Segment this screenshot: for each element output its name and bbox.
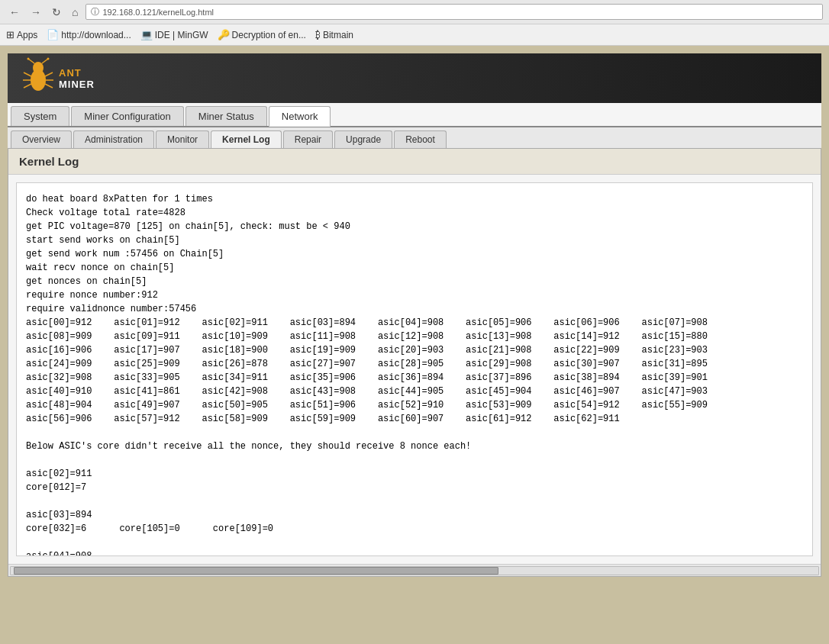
sub-nav: Overview Administration Monitor Kernel L… (8, 127, 821, 149)
antminer-header: ANT MINER (8, 53, 821, 103)
bookmark-download-label: http://download... (61, 30, 131, 40)
scrollbar-thumb[interactable] (14, 567, 498, 575)
bookmark-ide-label: IDE | MinGW (155, 30, 208, 40)
ide-icon: 💻 (140, 29, 153, 40)
svg-point-4 (27, 58, 30, 60)
forward-button[interactable]: → (27, 5, 44, 20)
antminer-logo: ANT MINER (19, 57, 95, 99)
bookmark-download[interactable]: 📄 http://download... (47, 29, 131, 40)
svg-point-5 (47, 58, 50, 60)
nav-container: System Miner Configuration Miner Status … (8, 103, 821, 127)
svg-line-2 (28, 59, 34, 63)
svg-line-8 (24, 84, 31, 88)
bookmark-apps-label: Apps (17, 30, 37, 40)
apps-icon: ⊞ (6, 29, 15, 40)
bookmark-bitmain[interactable]: ₿ Bitmain (315, 29, 353, 40)
subtab-reboot[interactable]: Reboot (394, 130, 447, 148)
page-wrapper: ANT MINER System Miner Configuration Min… (0, 46, 829, 644)
ant-text: ANT (59, 67, 95, 79)
subtab-repair[interactable]: Repair (283, 130, 333, 148)
reload-button[interactable]: ↻ (49, 5, 64, 20)
decryption-icon: 🔑 (218, 29, 230, 40)
svg-line-6 (24, 72, 31, 76)
bookmark-decryption-label: Decryption of en... (232, 30, 306, 40)
download-icon: 📄 (47, 29, 59, 40)
miner-text: MINER (59, 79, 95, 90)
secure-icon: ⓘ (91, 6, 99, 18)
browser-bar: ← → ↻ ⌂ ⓘ 192.168.0.121/kernelLog.html (0, 0, 829, 24)
svg-line-9 (45, 72, 53, 76)
bookmark-bitmain-label: Bitmain (323, 30, 353, 40)
page-title: Kernel Log (8, 149, 821, 175)
scrollbar-track[interactable] (10, 566, 819, 575)
svg-line-11 (45, 84, 53, 88)
bookmarks-bar: ⊞ Apps 📄 http://download... 💻 IDE | MinG… (0, 24, 829, 46)
address-text: 192.168.0.121/kernelLog.html (102, 8, 214, 17)
tab-miner-configuration[interactable]: Miner Configuration (71, 106, 183, 126)
tab-miner-status[interactable]: Miner Status (185, 106, 267, 126)
bitmain-icon: ₿ (315, 29, 321, 40)
tab-system[interactable]: System (11, 106, 69, 126)
ant-logo-svg (19, 57, 57, 99)
tab-network[interactable]: Network (269, 106, 331, 127)
subtab-kernel-log[interactable]: Kernel Log (211, 130, 282, 148)
bookmark-apps[interactable]: ⊞ Apps (6, 29, 37, 40)
svg-line-3 (42, 59, 48, 63)
back-button[interactable]: ← (6, 5, 23, 20)
subtab-monitor[interactable]: Monitor (156, 130, 209, 148)
address-bar[interactable]: ⓘ 192.168.0.121/kernelLog.html (85, 4, 823, 20)
home-button[interactable]: ⌂ (69, 5, 81, 20)
subtab-administration[interactable]: Administration (73, 130, 154, 148)
scrollbar-container[interactable] (8, 564, 821, 576)
main-tabs: System Miner Configuration Miner Status … (8, 103, 821, 126)
content-area: Kernel Log do heat board 8xPatten for 1 … (8, 149, 821, 577)
log-container[interactable]: do heat board 8xPatten for 1 times Check… (16, 182, 813, 556)
bookmark-decryption[interactable]: 🔑 Decryption of en... (218, 29, 306, 40)
subtab-upgrade[interactable]: Upgrade (334, 130, 392, 148)
bookmark-ide[interactable]: 💻 IDE | MinGW (140, 29, 208, 40)
svg-point-1 (33, 62, 44, 74)
subtab-overview[interactable]: Overview (11, 130, 72, 148)
